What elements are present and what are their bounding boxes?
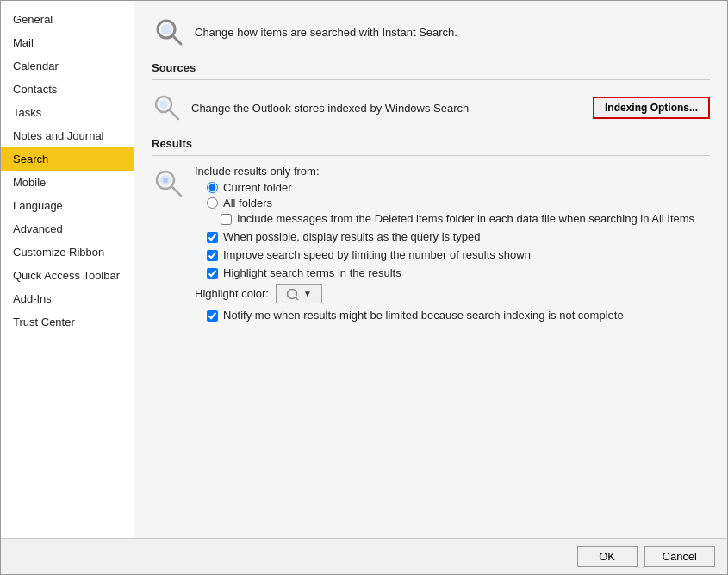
display-as-typed-label[interactable]: When possible, display results as the qu…	[223, 230, 480, 245]
sidebar-item-contacts[interactable]: Contacts	[1, 78, 134, 101]
sidebar-item-mobile[interactable]: Mobile	[1, 171, 134, 194]
current-folder-label[interactable]: Current folder	[223, 181, 291, 194]
display-as-typed-checkbox-item[interactable]: When possible, display results as the qu…	[207, 230, 710, 245]
sidebar-item-quick-access-toolbar[interactable]: Quick Access Toolbar	[1, 264, 134, 287]
svg-line-1	[172, 35, 181, 44]
main-content: Change how items are searched with Insta…	[134, 1, 727, 538]
svg-line-7	[171, 186, 181, 196]
svg-point-9	[163, 178, 168, 183]
sources-description: Change the Outlook stores indexed by Win…	[191, 102, 593, 115]
deleted-items-label[interactable]: Include messages from the Deleted items …	[237, 212, 694, 227]
svg-line-11	[296, 297, 300, 300]
include-results-label: Include results only from:	[195, 165, 710, 178]
results-search-icon	[152, 166, 186, 201]
notify-indexing-checkbox[interactable]	[207, 310, 218, 322]
ok-button[interactable]: OK	[577, 546, 638, 567]
deleted-items-checkbox-item[interactable]: Include messages from the Deleted items …	[221, 212, 710, 227]
cancel-button[interactable]: Cancel	[644, 546, 715, 567]
svg-point-5	[159, 100, 168, 109]
sources-section-label: Sources	[152, 61, 710, 74]
radio-group: Current folder All folders	[207, 181, 710, 209]
search-header-icon	[152, 15, 186, 49]
sidebar-item-customize-ribbon[interactable]: Customize Ribbon	[1, 241, 134, 264]
search-color-icon	[286, 288, 302, 300]
results-section: Results Include results only from:	[152, 137, 710, 326]
current-folder-radio[interactable]	[207, 182, 218, 193]
improve-speed-label[interactable]: Improve search speed by limiting the num…	[223, 248, 531, 263]
all-folders-label[interactable]: All folders	[223, 197, 272, 209]
header-row: Change how items are searched with Insta…	[152, 15, 710, 49]
svg-point-2	[161, 24, 171, 34]
sources-row: Change the Outlook stores indexed by Win…	[152, 89, 710, 127]
sidebar-item-search[interactable]: Search	[1, 147, 134, 171]
results-options: Include results only from: Current folde…	[195, 165, 710, 326]
highlight-color-label: Highlight color:	[195, 287, 269, 300]
sidebar-item-notes-journal[interactable]: Notes and Journal	[1, 124, 134, 147]
notify-indexing-checkbox-item[interactable]: Notify me when results might be limited …	[207, 309, 710, 323]
sidebar: General Mail Calendar Contacts Tasks Not…	[1, 1, 134, 538]
display-as-typed-checkbox[interactable]	[207, 232, 218, 243]
deleted-items-checkbox[interactable]	[221, 214, 232, 225]
sidebar-item-mail[interactable]: Mail	[1, 31, 134, 54]
svg-line-4	[170, 110, 178, 119]
sidebar-item-general[interactable]: General	[1, 8, 134, 31]
sidebar-item-trust-center[interactable]: Trust Center	[1, 310, 134, 334]
sidebar-item-advanced[interactable]: Advanced	[1, 217, 134, 241]
dropdown-arrow-icon: ▼	[303, 289, 312, 298]
sources-icon	[152, 92, 183, 123]
highlight-terms-checkbox-item[interactable]: Highlight search terms in the results	[207, 266, 710, 281]
results-section-label: Results	[152, 137, 710, 150]
current-folder-radio-item[interactable]: Current folder	[207, 181, 710, 194]
results-divider	[152, 155, 710, 156]
header-description: Change how items are searched with Insta…	[195, 26, 457, 39]
highlight-terms-checkbox[interactable]	[207, 268, 218, 279]
highlight-terms-label[interactable]: Highlight search terms in the results	[223, 266, 401, 281]
indexing-options-button[interactable]: Indexing Options...	[593, 97, 710, 119]
improve-speed-checkbox[interactable]	[207, 250, 218, 261]
improve-speed-checkbox-item[interactable]: Improve search speed by limiting the num…	[207, 248, 710, 263]
options-dialog: General Mail Calendar Contacts Tasks Not…	[0, 0, 728, 575]
sidebar-item-calendar[interactable]: Calendar	[1, 54, 134, 78]
all-folders-radio[interactable]	[207, 197, 218, 209]
highlight-color-button[interactable]: ▼	[276, 284, 322, 303]
dialog-footer: OK Cancel	[1, 538, 727, 574]
highlight-color-row: Highlight color: ▼	[195, 284, 710, 303]
results-inner: Include results only from: Current folde…	[152, 165, 710, 326]
sidebar-item-tasks[interactable]: Tasks	[1, 101, 134, 124]
sources-divider	[152, 79, 710, 80]
sidebar-item-add-ins[interactable]: Add-Ins	[1, 287, 134, 310]
sidebar-item-language[interactable]: Language	[1, 194, 134, 217]
notify-indexing-label[interactable]: Notify me when results might be limited …	[223, 309, 624, 323]
all-folders-radio-item[interactable]: All folders	[207, 197, 710, 209]
